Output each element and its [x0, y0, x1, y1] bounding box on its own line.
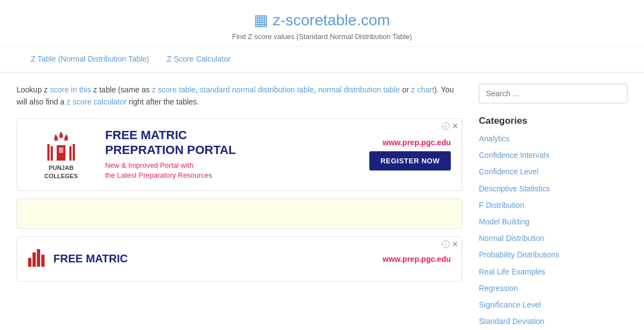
ad-close-btn-1[interactable]: ✕ [452, 122, 459, 130]
second-ad-title: FREE MATRIC [53, 252, 128, 265]
category-link-4[interactable]: F Distribution [479, 201, 524, 210]
category-item-2: Confidence Level [479, 165, 627, 179]
categories-title: Categories [479, 116, 627, 127]
pc-ad-subtitle: New & Improved Portal withthe Latest Pre… [105, 161, 352, 180]
logo-icon: ▦ [254, 11, 268, 29]
link-normal-distribution[interactable]: normal distribution table [318, 85, 400, 94]
ad-yellow-strip [17, 199, 462, 229]
category-item-5: Model Building [479, 215, 627, 229]
category-link-2[interactable]: Confidence Level [479, 167, 538, 176]
link-standard-normal[interactable]: standard normal distribution table [200, 85, 314, 94]
category-item-11: Standard Deviation [479, 315, 627, 328]
ad-top-bar-1: i ✕ [442, 122, 459, 130]
site-tagline: Find Z score values (Standard Normal Dis… [0, 32, 644, 41]
svg-rect-6 [28, 258, 31, 267]
site-nav: Z Table (Normal Distribution Table) Z Sc… [0, 47, 644, 73]
ad-close-btn-2[interactable]: ✕ [452, 240, 459, 248]
link-z-score-table[interactable]: z score table [152, 85, 195, 94]
site-header: ▦ z-scoretable.com Find Z score values (… [0, 0, 644, 47]
category-link-10[interactable]: Significance Level [479, 300, 541, 309]
svg-rect-4 [69, 146, 72, 161]
sidebar: Categories AnalyticsConfidence Intervals… [479, 84, 627, 330]
link-score-in-this[interactable]: score in this [50, 85, 91, 94]
main-container: Lookup z score in this z table (same as … [0, 73, 644, 330]
pc-logo-area: PUNJABCOLLEGES [28, 129, 94, 180]
category-link-6[interactable]: Normal Distribution [479, 234, 544, 243]
ad-info-icon-1[interactable]: i [442, 122, 450, 130]
svg-rect-5 [73, 144, 75, 161]
svg-rect-9 [41, 255, 45, 267]
pc-ad-title: FREE MATRICPREPRATION PORTAL [105, 128, 352, 157]
intro-text: Lookup z score in this z table (same as … [17, 84, 462, 108]
category-link-8[interactable]: Real Life Examples [479, 267, 545, 276]
category-item-10: Significance Level [479, 298, 627, 312]
category-item-9: Regression [479, 282, 627, 295]
pc-ad-cta: www.prep.pgc.edu REGISTER NOW [352, 138, 451, 170]
content-area: Lookup z score in this z table (same as … [17, 84, 462, 330]
category-link-9[interactable]: Regression [479, 284, 518, 293]
category-item-0: Analytics [479, 132, 627, 146]
nav-item-ztable[interactable]: Z Table (Normal Distribution Table) [22, 47, 158, 72]
ad-box-1: i ✕ [17, 118, 462, 191]
category-item-7: Probability Distributions [479, 248, 627, 262]
svg-rect-7 [32, 252, 36, 267]
svg-rect-2 [47, 144, 50, 161]
second-ad-content: FREE MATRIC www.prep.pgc.edu [17, 237, 462, 281]
pc-ad-content: PUNJABCOLLEGES FREE MATRICPREPRATION POR… [17, 119, 462, 190]
ad-top-bar-2: i ✕ [442, 240, 459, 248]
category-link-7[interactable]: Probability Distributions [479, 250, 559, 259]
svg-rect-8 [37, 249, 40, 267]
pc-ad-url: www.prep.pgc.edu [383, 138, 451, 147]
ad-box-2: i ✕ FREE MATRIC www.prep.pgc.edu [17, 237, 462, 282]
pc-register-button[interactable]: REGISTER NOW [369, 151, 451, 170]
category-link-3[interactable]: Descriptive Statistics [479, 184, 550, 193]
svg-rect-3 [51, 146, 53, 161]
category-item-1: Confidence Intervals [479, 148, 627, 162]
site-logo: ▦ z-scoretable.com [0, 11, 644, 29]
category-item-4: F Distribution [479, 199, 627, 212]
category-item-3: Descriptive Statistics [479, 182, 627, 196]
category-link-11[interactable]: Standard Deviation [479, 317, 544, 326]
category-link-1[interactable]: Confidence Intervals [479, 151, 549, 160]
category-list: AnalyticsConfidence IntervalsConfidence … [479, 132, 627, 330]
logo-text: z-scoretable.com [272, 12, 390, 29]
ad-info-icon-2[interactable]: i [442, 240, 450, 248]
category-item-8: Real Life Examples [479, 265, 627, 279]
category-link-0[interactable]: Analytics [479, 134, 510, 143]
pc-logo-svg [45, 129, 78, 162]
pc-ad-main: FREE MATRICPREPRATION PORTAL New & Impro… [105, 128, 352, 180]
category-link-5[interactable]: Model Building [479, 217, 530, 226]
second-ad-icon [28, 247, 45, 271]
link-z-chart[interactable]: z chart [411, 85, 434, 94]
category-item-6: Normal Distribution [479, 232, 627, 245]
second-ad-url: www.prep.pgc.edu [383, 255, 451, 263]
link-calculator[interactable]: z score calculator [67, 97, 127, 106]
svg-rect-1 [59, 147, 63, 153]
nav-item-calculator[interactable]: Z Score Calculator [158, 47, 239, 72]
search-input[interactable] [479, 84, 627, 103]
pc-logo-text: PUNJABCOLLEGES [45, 164, 78, 180]
